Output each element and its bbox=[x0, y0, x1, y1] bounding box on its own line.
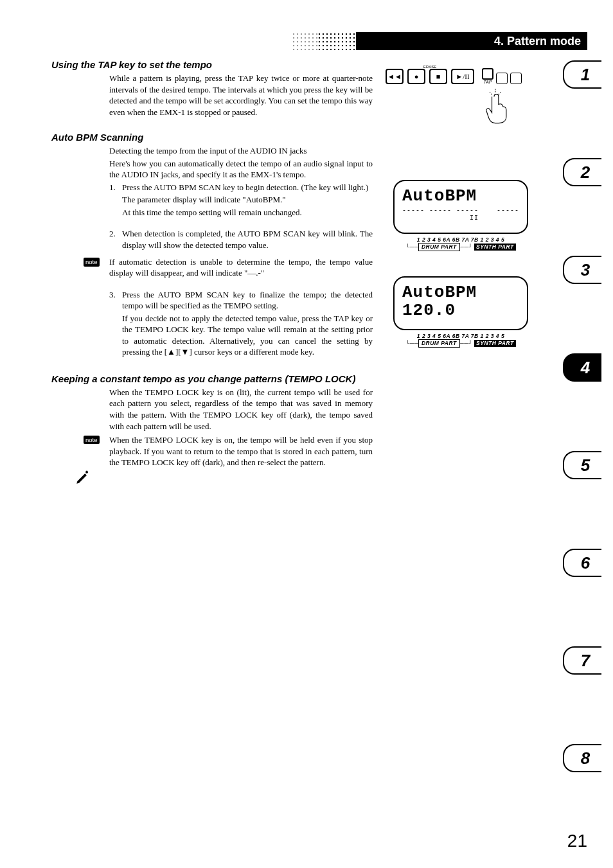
side-tab-4: 4 bbox=[563, 353, 601, 382]
header-pattern bbox=[317, 32, 356, 50]
tempolock-note: When the TEMPO LOCK key is on, the tempo… bbox=[109, 433, 373, 468]
stop-button: ■ bbox=[429, 69, 447, 84]
solo-button bbox=[510, 73, 522, 84]
note-badge: note bbox=[84, 258, 100, 267]
section-title: 4. Pattern mode bbox=[494, 35, 581, 48]
step-1: 1. Press the AUTO BPM SCAN key to begin … bbox=[109, 182, 373, 218]
step-number: 2. bbox=[109, 228, 116, 240]
autobpm-intro2: Here's how you can automatically detect … bbox=[109, 158, 373, 181]
autobpm-intro1: Detecting the tempo from the input of th… bbox=[109, 145, 373, 157]
content-column: Using the TAP key to set the tempo While… bbox=[71, 55, 373, 470]
side-tabs: 1 2 3 4 5 6 7 8 bbox=[563, 60, 601, 772]
side-tab-8: 8 bbox=[563, 744, 601, 772]
tempolock-body: When the TEMPO LOCK key is on (lit), the… bbox=[109, 387, 373, 432]
tap-label: TAP bbox=[482, 80, 493, 84]
step-3: 3. Press the AUTO BPM SCAN key to finali… bbox=[109, 289, 373, 358]
record-button: ● bbox=[407, 69, 425, 84]
step-1c: At this time the tempo setting will rema… bbox=[122, 207, 373, 218]
step-2-note: note If automatic detection is unable to… bbox=[109, 256, 373, 279]
step-2-text: When detection is completed, the AUTO BP… bbox=[122, 229, 373, 250]
step-3b: If you decide not to apply the detected … bbox=[122, 313, 373, 358]
side-tab-7: 7 bbox=[563, 646, 601, 675]
lcd1-line1: AutoBPM bbox=[402, 188, 519, 204]
side-tab-3: 3 bbox=[563, 256, 601, 284]
lcd2-line1: AutoBPM bbox=[402, 284, 519, 301]
play-pause-button: ►/II bbox=[451, 69, 474, 84]
step-1-text: Press the AUTO BPM SCAN key to begin det… bbox=[122, 182, 368, 192]
manual-page: 4. Pattern mode 1 2 3 4 5 6 7 8 Using th… bbox=[0, 0, 613, 868]
lcd-display-2: AutoBPM 120.0 1 2 3 4 5 6A 6B 7A 7B 1 2 … bbox=[393, 276, 528, 348]
lcd2-parts: 1 2 3 4 5 6A 6B 7A 7B 1 2 3 4 5 └──DRUM … bbox=[393, 333, 528, 348]
lcd1-parts: 1 2 3 4 5 6A 6B 7A 7B 1 2 3 4 5 └──DRUM … bbox=[393, 236, 528, 251]
page-number: 21 bbox=[567, 831, 587, 851]
rewind-button: ◄◄ bbox=[386, 69, 404, 84]
lcd1-sub: ----- ----- ----- ----- II bbox=[402, 207, 519, 222]
ordered-list: 1. Press the AUTO BPM SCAN key to begin … bbox=[109, 182, 373, 358]
step-2: 2. When detection is completed, the AUTO… bbox=[109, 228, 373, 251]
tap-button bbox=[482, 68, 493, 80]
step-3a: Press the AUTO BPM SCAN key to finalize … bbox=[122, 290, 373, 311]
heading-tempolock: Keeping a constant tempo as you change p… bbox=[51, 373, 373, 384]
transport-illustration: ERASE ◄◄ ● ■ ►/II . TAP bbox=[386, 64, 533, 128]
side-tab-1: 1 bbox=[563, 60, 601, 89]
note-2-text: If automatic detection is unable to dete… bbox=[109, 257, 373, 278]
side-tab-6: 6 bbox=[563, 549, 601, 577]
hand-icon bbox=[482, 87, 533, 128]
side-tab-2: 2 bbox=[563, 158, 601, 186]
body-tap: While a pattern is playing, press the TA… bbox=[109, 73, 373, 118]
header-pattern-fade bbox=[292, 32, 317, 50]
note-badge: note bbox=[84, 436, 100, 444]
heading-autobpm: Auto BPM Scanning bbox=[51, 132, 373, 143]
heading-tap: Using the TAP key to set the tempo bbox=[51, 59, 373, 70]
step-number: 1. bbox=[109, 182, 116, 193]
step-1b: The parameter display will indicate "Aut… bbox=[122, 194, 373, 206]
lcd-display-1: AutoBPM ----- ----- ----- ----- II 1 2 3… bbox=[393, 180, 528, 251]
step-number: 3. bbox=[109, 289, 116, 301]
pencil-icon bbox=[75, 469, 91, 490]
section-header: 4. Pattern mode bbox=[356, 32, 587, 50]
side-tab-5: 5 bbox=[563, 451, 601, 479]
lcd2-line2: 120.0 bbox=[402, 302, 519, 319]
part-mute-button bbox=[496, 73, 508, 84]
